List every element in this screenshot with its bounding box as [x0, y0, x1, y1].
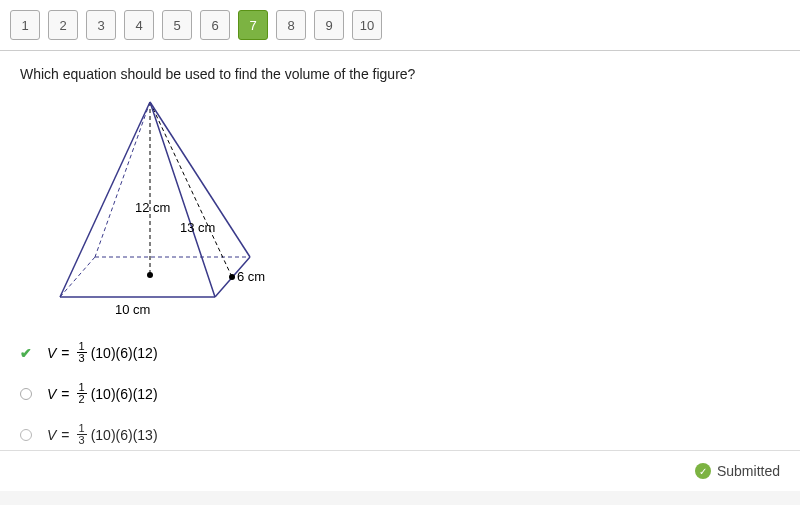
- pyramid-figure: 12 cm 13 cm 6 cm 10 cm: [40, 97, 780, 321]
- option-3-equation: V = 13 (10)(6)(13): [47, 423, 158, 446]
- option-3[interactable]: V = 13 (10)(6)(13): [20, 423, 780, 446]
- nav-4[interactable]: 4: [124, 10, 154, 40]
- svg-line-4: [150, 102, 232, 277]
- footer: ✓ Submitted: [0, 451, 800, 491]
- option-2-equation: V = 12 (10)(6)(12): [47, 382, 158, 405]
- svg-point-10: [147, 272, 153, 278]
- check-icon: ✔: [20, 347, 32, 359]
- option-1[interactable]: ✔ V = 13 (10)(6)(12): [20, 341, 780, 364]
- nav-7[interactable]: 7: [238, 10, 268, 40]
- question-text: Which equation should be used to find th…: [20, 66, 780, 82]
- radio-icon: [20, 429, 32, 441]
- label-base: 10 cm: [115, 302, 150, 317]
- option-1-equation: V = 13 (10)(6)(12): [47, 341, 158, 364]
- svg-line-0: [95, 102, 150, 257]
- svg-line-1: [60, 257, 95, 297]
- label-side: 6 cm: [237, 269, 265, 284]
- nav-10[interactable]: 10: [352, 10, 382, 40]
- answer-options: ✔ V = 13 (10)(6)(12) V = 12 (10)(6)(12) …: [20, 341, 780, 446]
- submitted-status: ✓ Submitted: [695, 463, 780, 479]
- nav-2[interactable]: 2: [48, 10, 78, 40]
- option-2[interactable]: V = 12 (10)(6)(12): [20, 382, 780, 405]
- content-area: Which equation should be used to find th…: [0, 51, 800, 451]
- nav-1[interactable]: 1: [10, 10, 40, 40]
- nav-8[interactable]: 8: [276, 10, 306, 40]
- check-circle-icon: ✓: [695, 463, 711, 479]
- question-nav: 1 2 3 4 5 6 7 8 9 10: [0, 0, 800, 51]
- nav-5[interactable]: 5: [162, 10, 192, 40]
- nav-9[interactable]: 9: [314, 10, 344, 40]
- label-height: 12 cm: [135, 200, 170, 215]
- radio-icon: [20, 388, 32, 400]
- svg-point-11: [229, 274, 235, 280]
- nav-3[interactable]: 3: [86, 10, 116, 40]
- submitted-label: Submitted: [717, 463, 780, 479]
- nav-6[interactable]: 6: [200, 10, 230, 40]
- label-slant: 13 cm: [180, 220, 215, 235]
